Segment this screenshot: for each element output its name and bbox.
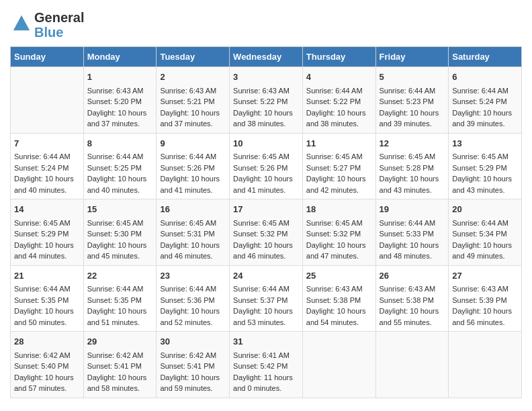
day-info: Sunrise: 6:45 AM Sunset: 5:30 PM Dayligh… bbox=[87, 219, 147, 261]
calendar-cell bbox=[449, 332, 522, 398]
day-info: Sunrise: 6:42 AM Sunset: 5:41 PM Dayligh… bbox=[87, 351, 147, 393]
day-info: Sunrise: 6:44 AM Sunset: 5:33 PM Dayligh… bbox=[380, 219, 439, 261]
day-number: 4 bbox=[306, 71, 372, 84]
day-info: Sunrise: 6:45 AM Sunset: 5:32 PM Dayligh… bbox=[233, 219, 293, 261]
day-info: Sunrise: 6:44 AM Sunset: 5:37 PM Dayligh… bbox=[233, 285, 293, 326]
calendar-cell: 24Sunrise: 6:44 AM Sunset: 5:37 PM Dayli… bbox=[230, 265, 303, 332]
day-number: 25 bbox=[306, 269, 372, 283]
calendar-cell: 21Sunrise: 6:44 AM Sunset: 5:35 PM Dayli… bbox=[11, 265, 84, 332]
week-row-4: 21Sunrise: 6:44 AM Sunset: 5:35 PM Dayli… bbox=[11, 265, 522, 332]
day-info: Sunrise: 6:42 AM Sunset: 5:41 PM Dayligh… bbox=[160, 351, 220, 393]
day-info: Sunrise: 6:44 AM Sunset: 5:36 PM Dayligh… bbox=[160, 285, 220, 326]
day-number: 22 bbox=[87, 269, 153, 283]
day-number: 13 bbox=[452, 137, 518, 150]
calendar-cell: 8Sunrise: 6:44 AM Sunset: 5:25 PM Daylig… bbox=[83, 133, 157, 199]
calendar-cell: 18Sunrise: 6:45 AM Sunset: 5:32 PM Dayli… bbox=[302, 199, 375, 266]
day-header-friday: Friday bbox=[375, 47, 449, 67]
day-header-wednesday: Wednesday bbox=[230, 47, 303, 67]
calendar-cell bbox=[302, 332, 375, 398]
day-number: 15 bbox=[87, 203, 153, 216]
calendar-cell: 20Sunrise: 6:44 AM Sunset: 5:34 PM Dayli… bbox=[449, 199, 522, 266]
day-number: 21 bbox=[14, 269, 80, 283]
day-number: 8 bbox=[87, 137, 153, 150]
day-info: Sunrise: 6:41 AM Sunset: 5:42 PM Dayligh… bbox=[233, 351, 293, 393]
week-row-1: 1Sunrise: 6:43 AM Sunset: 5:20 PM Daylig… bbox=[11, 67, 522, 134]
day-info: Sunrise: 6:44 AM Sunset: 5:24 PM Dayligh… bbox=[452, 87, 512, 128]
calendar-cell: 14Sunrise: 6:45 AM Sunset: 5:29 PM Dayli… bbox=[11, 199, 84, 266]
day-header-saturday: Saturday bbox=[449, 47, 522, 67]
day-number: 1 bbox=[87, 71, 153, 84]
day-info: Sunrise: 6:43 AM Sunset: 5:22 PM Dayligh… bbox=[233, 87, 293, 128]
calendar-cell: 7Sunrise: 6:44 AM Sunset: 5:24 PM Daylig… bbox=[11, 133, 84, 199]
day-info: Sunrise: 6:44 AM Sunset: 5:35 PM Dayligh… bbox=[14, 285, 74, 326]
day-header-thursday: Thursday bbox=[302, 47, 375, 67]
calendar-cell: 28Sunrise: 6:42 AM Sunset: 5:40 PM Dayli… bbox=[11, 332, 84, 398]
days-header-row: SundayMondayTuesdayWednesdayThursdayFrid… bbox=[11, 47, 522, 67]
calendar-cell: 19Sunrise: 6:44 AM Sunset: 5:33 PM Dayli… bbox=[375, 199, 449, 266]
day-info: Sunrise: 6:45 AM Sunset: 5:31 PM Dayligh… bbox=[160, 219, 220, 261]
day-number: 27 bbox=[452, 269, 518, 283]
calendar-cell bbox=[375, 332, 449, 398]
day-info: Sunrise: 6:45 AM Sunset: 5:28 PM Dayligh… bbox=[380, 152, 439, 194]
day-number: 7 bbox=[14, 137, 80, 150]
logo: General Blue bbox=[10, 10, 84, 40]
day-number: 20 bbox=[452, 203, 518, 216]
day-number: 23 bbox=[160, 269, 226, 283]
calendar-cell: 27Sunrise: 6:43 AM Sunset: 5:39 PM Dayli… bbox=[449, 265, 522, 332]
day-header-tuesday: Tuesday bbox=[157, 47, 230, 67]
day-header-monday: Monday bbox=[83, 47, 157, 67]
day-info: Sunrise: 6:44 AM Sunset: 5:25 PM Dayligh… bbox=[87, 152, 147, 194]
calendar-cell: 30Sunrise: 6:42 AM Sunset: 5:41 PM Dayli… bbox=[157, 332, 230, 398]
calendar-cell: 2Sunrise: 6:43 AM Sunset: 5:21 PM Daylig… bbox=[157, 67, 230, 134]
day-number: 16 bbox=[160, 203, 226, 216]
day-number: 2 bbox=[160, 71, 226, 84]
day-info: Sunrise: 6:44 AM Sunset: 5:35 PM Dayligh… bbox=[87, 285, 147, 326]
calendar-cell: 13Sunrise: 6:45 AM Sunset: 5:29 PM Dayli… bbox=[449, 133, 522, 199]
calendar-cell: 12Sunrise: 6:45 AM Sunset: 5:28 PM Dayli… bbox=[375, 133, 449, 199]
day-info: Sunrise: 6:43 AM Sunset: 5:38 PM Dayligh… bbox=[380, 285, 439, 326]
day-number: 24 bbox=[233, 269, 299, 283]
week-row-5: 28Sunrise: 6:42 AM Sunset: 5:40 PM Dayli… bbox=[11, 332, 522, 398]
day-number: 26 bbox=[380, 269, 445, 283]
day-number: 29 bbox=[87, 335, 153, 349]
day-info: Sunrise: 6:44 AM Sunset: 5:24 PM Dayligh… bbox=[14, 152, 74, 194]
day-number: 11 bbox=[306, 137, 372, 150]
svg-marker-0 bbox=[13, 15, 30, 30]
calendar-cell: 25Sunrise: 6:43 AM Sunset: 5:38 PM Dayli… bbox=[302, 265, 375, 332]
calendar-cell: 6Sunrise: 6:44 AM Sunset: 5:24 PM Daylig… bbox=[449, 67, 522, 134]
calendar-cell: 1Sunrise: 6:43 AM Sunset: 5:20 PM Daylig… bbox=[83, 67, 157, 134]
day-info: Sunrise: 6:45 AM Sunset: 5:27 PM Dayligh… bbox=[306, 152, 366, 194]
calendar-cell: 15Sunrise: 6:45 AM Sunset: 5:30 PM Dayli… bbox=[83, 199, 157, 266]
day-info: Sunrise: 6:43 AM Sunset: 5:38 PM Dayligh… bbox=[306, 285, 366, 326]
day-number: 14 bbox=[14, 203, 80, 216]
day-info: Sunrise: 6:42 AM Sunset: 5:40 PM Dayligh… bbox=[14, 351, 74, 393]
logo-line2: Blue bbox=[34, 25, 84, 40]
calendar-table: SundayMondayTuesdayWednesdayThursdayFrid… bbox=[10, 46, 522, 398]
calendar-cell: 5Sunrise: 6:44 AM Sunset: 5:23 PM Daylig… bbox=[375, 67, 449, 134]
day-info: Sunrise: 6:43 AM Sunset: 5:20 PM Dayligh… bbox=[87, 87, 147, 128]
calendar-cell: 10Sunrise: 6:45 AM Sunset: 5:26 PM Dayli… bbox=[230, 133, 303, 199]
day-info: Sunrise: 6:45 AM Sunset: 5:32 PM Dayligh… bbox=[306, 219, 366, 261]
day-number: 12 bbox=[380, 137, 445, 150]
calendar-cell: 26Sunrise: 6:43 AM Sunset: 5:38 PM Dayli… bbox=[375, 265, 449, 332]
day-info: Sunrise: 6:44 AM Sunset: 5:26 PM Dayligh… bbox=[160, 152, 220, 194]
calendar-cell: 29Sunrise: 6:42 AM Sunset: 5:41 PM Dayli… bbox=[83, 332, 157, 398]
calendar-cell: 16Sunrise: 6:45 AM Sunset: 5:31 PM Dayli… bbox=[157, 199, 230, 266]
day-number: 10 bbox=[233, 137, 299, 150]
calendar-cell: 23Sunrise: 6:44 AM Sunset: 5:36 PM Dayli… bbox=[157, 265, 230, 332]
day-number: 9 bbox=[160, 137, 226, 150]
calendar-cell: 11Sunrise: 6:45 AM Sunset: 5:27 PM Dayli… bbox=[302, 133, 375, 199]
day-number: 18 bbox=[306, 203, 372, 216]
day-number: 6 bbox=[452, 71, 518, 84]
calendar-cell: 3Sunrise: 6:43 AM Sunset: 5:22 PM Daylig… bbox=[230, 67, 303, 134]
day-info: Sunrise: 6:45 AM Sunset: 5:26 PM Dayligh… bbox=[233, 152, 293, 194]
day-info: Sunrise: 6:44 AM Sunset: 5:23 PM Dayligh… bbox=[380, 87, 439, 128]
calendar-cell: 17Sunrise: 6:45 AM Sunset: 5:32 PM Dayli… bbox=[230, 199, 303, 266]
page-header: General Blue bbox=[10, 10, 522, 40]
calendar-cell: 4Sunrise: 6:44 AM Sunset: 5:22 PM Daylig… bbox=[302, 67, 375, 134]
day-info: Sunrise: 6:44 AM Sunset: 5:34 PM Dayligh… bbox=[452, 219, 512, 261]
calendar-cell: 9Sunrise: 6:44 AM Sunset: 5:26 PM Daylig… bbox=[157, 133, 230, 199]
logo-line1: General bbox=[34, 10, 84, 25]
day-info: Sunrise: 6:44 AM Sunset: 5:22 PM Dayligh… bbox=[306, 87, 366, 128]
day-info: Sunrise: 6:45 AM Sunset: 5:29 PM Dayligh… bbox=[14, 219, 74, 261]
